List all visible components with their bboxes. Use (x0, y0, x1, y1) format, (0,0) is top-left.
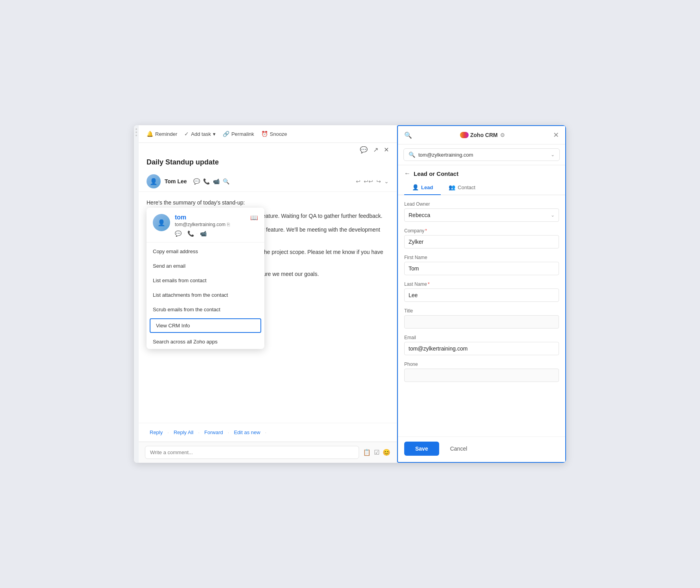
body-line-1: Here's the summary of today's stand-up: (147, 198, 389, 207)
add-task-chevron[interactable]: ▾ (213, 131, 216, 137)
separator-4: · (265, 429, 267, 435)
sender-actions: 💬 📞 📹 🔍 (193, 178, 229, 184)
menu-item-scrub-emails[interactable]: Scrub emails from the contact (147, 302, 264, 317)
menu-item-send-email[interactable]: Send an email (147, 259, 264, 273)
separator-3: · (228, 429, 229, 435)
tab-contact[interactable]: 👥 Contact (441, 180, 483, 195)
add-task-button[interactable]: ✓ Add task ▾ (184, 131, 216, 137)
menu-item-list-attachments[interactable]: List attachments from the contact (147, 288, 264, 302)
emoji-icon[interactable]: 😊 (383, 449, 390, 456)
field-title: Title (404, 308, 559, 329)
last-name-required: * (428, 281, 430, 287)
chat-icon[interactable]: 💬 (360, 146, 368, 153)
value-company[interactable]: Zylker (404, 235, 559, 248)
search-icon: 🔍 (409, 152, 415, 158)
crm-form-actions: Save Cancel (398, 436, 565, 462)
context-email-text: tom@zylkertraining.com (175, 222, 225, 227)
svg-point-0 (460, 133, 468, 137)
snooze-button[interactable]: ⏰ Snooze (261, 131, 287, 137)
template-icon[interactable]: 📋 (363, 449, 371, 456)
sender-video-icon[interactable]: 📹 (213, 178, 220, 184)
back-arrow-icon[interactable]: ← (404, 170, 410, 177)
comment-input[interactable] (145, 446, 359, 459)
label-first-name: First Name (404, 255, 559, 260)
chat-comm-icon[interactable]: 💬 (175, 230, 181, 237)
crm-settings-icon[interactable]: ⚙ (500, 132, 505, 138)
crm-title-text: Zoho CRM (470, 132, 498, 138)
crm-close-icon[interactable]: ✕ (553, 131, 559, 139)
email-panel: 🔔 Reminder ✓ Add task ▾ 🔗 Permalink ⏰ Sn… (139, 125, 397, 463)
forward-button[interactable]: Forward (201, 428, 226, 437)
phone-comm-icon[interactable]: 📞 (187, 230, 194, 237)
value-last-name[interactable]: Lee (404, 289, 559, 302)
copy-email-icon[interactable]: ⎘ (227, 222, 230, 227)
label-email: Email (404, 335, 559, 340)
divider-1 (147, 242, 264, 243)
crm-panel: 🔍 (397, 125, 566, 463)
crm-search-header-icon[interactable]: 🔍 (404, 131, 412, 139)
reply-all-button[interactable]: Reply All (170, 428, 197, 437)
context-avatar: 👤 (153, 214, 170, 231)
menu-item-list-emails[interactable]: List emails from contact (147, 273, 264, 288)
tab-lead[interactable]: 👤 Lead (404, 180, 441, 195)
sender-chat-icon[interactable]: 💬 (193, 178, 200, 184)
value-lead-owner[interactable]: Rebecca ⌄ (404, 208, 559, 222)
field-lead-owner: Lead Owner Rebecca ⌄ (404, 201, 559, 222)
lead-tab-label: Lead (421, 184, 433, 190)
link-icon: 🔗 (223, 131, 229, 137)
crm-search-value: tom@zylkertraining.com (418, 152, 548, 158)
value-first-name[interactable]: Tom (404, 262, 559, 275)
crm-form: Lead Owner Rebecca ⌄ Company * Zylker (398, 195, 565, 436)
video-comm-icon[interactable]: 📹 (200, 230, 207, 237)
crm-search-box: 🔍 tom@zylkertraining.com ⌄ (403, 148, 560, 161)
sender-search-icon[interactable]: 🔍 (223, 178, 229, 184)
forward-icon[interactable]: ↪ (376, 178, 381, 184)
cancel-button[interactable]: Cancel (444, 442, 474, 456)
context-menu-header: 👤 tom tom@zylkertraining.com ⎘ 💬 · 📞 · 📹 (147, 208, 264, 241)
field-first-name: First Name Tom (404, 255, 559, 275)
comm-dot-1: · (184, 232, 185, 236)
reply-icon[interactable]: ↩ (356, 178, 361, 184)
menu-item-search-zoho[interactable]: Search across all Zoho apps (147, 334, 264, 349)
task-icon[interactable]: ☑ (374, 449, 379, 456)
contact-book-icon[interactable]: 📖 (250, 214, 258, 221)
check-icon: ✓ (184, 131, 189, 137)
crm-header: 🔍 (398, 126, 565, 144)
email-subject: Daily Standup update (139, 157, 397, 171)
company-required: * (425, 228, 427, 234)
save-button[interactable]: Save (404, 442, 439, 456)
label-title: Title (404, 308, 559, 314)
search-chevron-icon[interactable]: ⌄ (551, 152, 555, 157)
context-comm-icons: 💬 · 📞 · 📹 (175, 230, 246, 237)
comm-dot-2: · (196, 232, 198, 236)
context-info: tom tom@zylkertraining.com ⎘ 💬 · 📞 · 📹 (175, 214, 246, 237)
field-company: Company * Zylker (404, 228, 559, 248)
separator-1: · (167, 429, 169, 435)
value-email[interactable]: tom@zylkertraining.com (404, 342, 559, 355)
crm-logo: Zoho CRM (460, 132, 498, 138)
reply-all-icon[interactable]: ↩↩ (364, 178, 373, 184)
reminder-label: Reminder (155, 131, 177, 137)
zoho-logo-icon (460, 132, 469, 138)
menu-item-view-crm[interactable]: View CRM Info (150, 318, 261, 333)
menu-item-copy-email[interactable]: Copy email address (147, 244, 264, 259)
permalink-label: Permalink (231, 131, 254, 137)
sender-phone-icon[interactable]: 📞 (203, 178, 210, 184)
value-phone[interactable] (404, 369, 559, 382)
expand-icon[interactable]: ↗ (373, 146, 378, 153)
avatar: 👤 (147, 174, 161, 188)
permalink-button[interactable]: 🔗 Permalink (223, 131, 254, 137)
edit-as-new-button[interactable]: Edit as new (231, 428, 263, 437)
value-title[interactable] (404, 315, 559, 329)
more-icon[interactable]: ⌄ (384, 178, 389, 184)
add-task-label: Add task (191, 131, 211, 137)
sidebar-strip (134, 125, 139, 463)
comment-box: 📋 ☑ 😊 (139, 442, 397, 463)
email-header-actions: 💬 ↗ ✕ (139, 143, 397, 157)
close-email-icon[interactable]: ✕ (384, 146, 389, 153)
label-lead-owner: Lead Owner (404, 201, 559, 207)
reminder-button[interactable]: 🔔 Reminder (147, 131, 177, 137)
reply-button[interactable]: Reply (147, 428, 166, 437)
label-phone: Phone (404, 362, 559, 367)
snooze-icon: ⏰ (261, 131, 268, 137)
